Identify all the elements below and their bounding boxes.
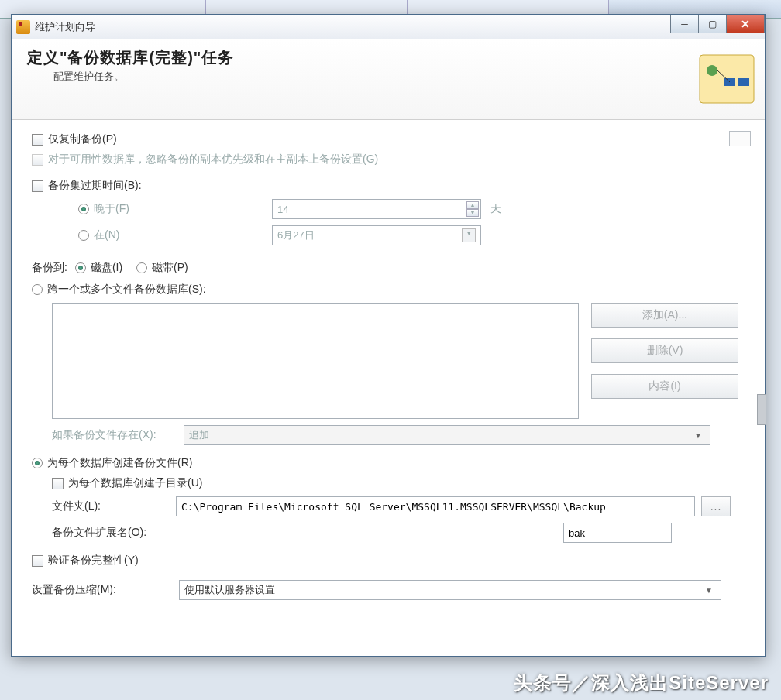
watermark-text: 头条号／深入浅出SiteServer xyxy=(514,671,769,695)
svg-point-1 xyxy=(707,65,717,76)
expire-date-value: 6月27日 xyxy=(277,228,315,242)
page-subtitle: 配置维护任务。 xyxy=(27,70,749,84)
ext-label: 备份文件扩展名(O): xyxy=(52,526,563,540)
minimize-button[interactable]: ─ xyxy=(670,15,698,33)
browse-button[interactable]: ... xyxy=(701,496,731,516)
availability-row: 对于可用性数据库，忽略备份的副本优先级和在主副本上备份设置(G) xyxy=(32,153,754,166)
backup-to-label: 备份到: xyxy=(32,261,67,275)
span-files-radio[interactable] xyxy=(32,284,43,295)
titlebar: 维护计划向导 ─ ▢ ✕ xyxy=(12,15,765,39)
chevron-down-icon: ▼ xyxy=(691,428,705,442)
copy-only-row: 仅复制备份(P) xyxy=(32,132,754,146)
per-db-subdir-checkbox[interactable] xyxy=(52,478,64,489)
per-db-subdir-label: 为每个数据库创建子目录(U) xyxy=(68,476,202,490)
expire-date-picker: 6月27日 ▾ xyxy=(272,225,481,245)
if-exists-value: 追加 xyxy=(189,428,209,442)
availability-checkbox xyxy=(32,154,43,166)
spin-down-icon: ▼ xyxy=(466,209,479,217)
chevron-down-icon[interactable]: ▼ xyxy=(702,583,716,597)
remove-button: 删除(V) xyxy=(591,338,738,363)
calendar-dropdown-icon: ▾ xyxy=(462,228,476,242)
close-button[interactable]: ✕ xyxy=(726,15,765,33)
scrollbar-thumb[interactable] xyxy=(757,394,766,425)
expire-days-spinner: 14 ▲▼ xyxy=(272,199,481,219)
wizard-window: 维护计划向导 ─ ▢ ✕ 定义"备份数据库(完整)"任务 配置维护任务。 仅复制… xyxy=(11,14,766,657)
contents-button: 内容(I) xyxy=(591,374,738,399)
backup-files-listbox[interactable] xyxy=(52,303,579,419)
copy-only-label: 仅复制备份(P) xyxy=(48,132,117,146)
compress-label: 设置备份压缩(M): xyxy=(32,583,179,597)
compress-value: 使用默认服务器设置 xyxy=(184,583,275,597)
folder-input[interactable] xyxy=(176,496,695,516)
if-exists-combo: 追加 ▼ xyxy=(184,425,710,445)
folder-label: 文件夹(L): xyxy=(52,499,176,513)
verify-label: 验证备份完整性(Y) xyxy=(48,554,139,568)
per-db-label: 为每个数据库创建备份文件(R) xyxy=(47,456,192,470)
backup-to-disk-label: 磁盘(I) xyxy=(91,261,122,275)
window-title: 维护计划向导 xyxy=(35,20,670,34)
wizard-graphic-icon xyxy=(695,47,760,112)
expire-on-label: 在(N) xyxy=(94,228,272,242)
page-title: 定义"备份数据库(完整)"任务 xyxy=(27,47,749,68)
copy-only-checkbox[interactable] xyxy=(32,134,43,146)
wizard-header: 定义"备份数据库(完整)"任务 配置维护任务。 xyxy=(12,39,765,120)
expire-checkbox[interactable] xyxy=(32,180,43,192)
window-controls: ─ ▢ ✕ xyxy=(670,15,765,33)
availability-label: 对于可用性数据库，忽略备份的副本优先级和在主副本上备份设置(G) xyxy=(48,153,378,166)
span-files-label: 跨一个或多个文件备份数据库(S): xyxy=(47,283,206,297)
wizard-body: 仅复制备份(P) 对于可用性数据库，忽略备份的副本优先级和在主副本上备份设置(G… xyxy=(12,120,765,612)
expire-on-radio xyxy=(78,230,89,241)
svg-rect-3 xyxy=(738,78,749,86)
maximize-button[interactable]: ▢ xyxy=(698,15,726,33)
backup-to-tape-radio[interactable] xyxy=(136,262,147,273)
expire-after-radio xyxy=(78,204,89,214)
backup-to-tape-label: 磁带(P) xyxy=(152,261,188,275)
expire-days-unit: 天 xyxy=(490,202,501,216)
add-button: 添加(A)... xyxy=(591,303,738,328)
compress-combo[interactable]: 使用默认服务器设置 ▼ xyxy=(179,580,721,600)
spin-up-icon: ▲ xyxy=(466,201,479,209)
if-exists-label: 如果备份文件存在(X): xyxy=(52,428,184,442)
backup-to-disk-radio[interactable] xyxy=(75,262,86,273)
expire-label: 备份集过期时间(B): xyxy=(48,179,142,193)
expire-row: 备份集过期时间(B): xyxy=(32,179,754,193)
expire-after-label: 晚于(F) xyxy=(94,202,272,216)
per-db-radio[interactable] xyxy=(32,458,43,468)
extension-input[interactable] xyxy=(563,523,672,543)
expire-days-value: 14 xyxy=(277,204,288,215)
verify-checkbox[interactable] xyxy=(32,555,43,567)
app-icon xyxy=(16,20,30,34)
